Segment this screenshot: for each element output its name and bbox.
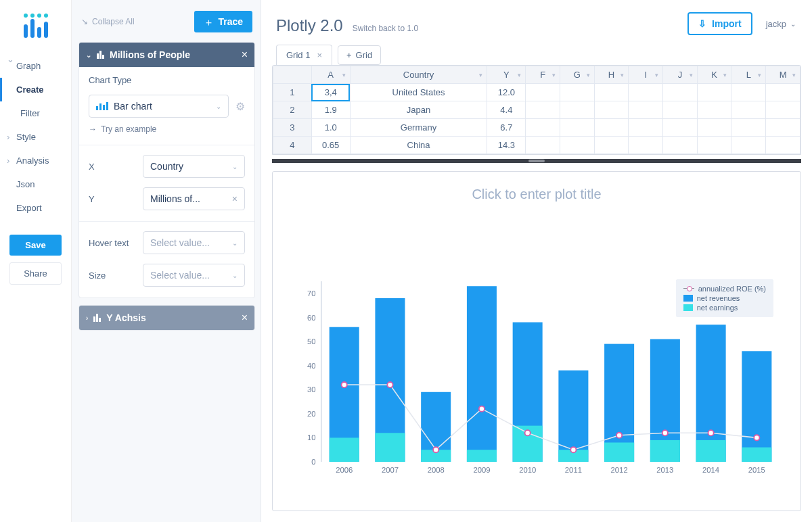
sidebar-item-create[interactable]: Create [0, 78, 71, 101]
grid-cell[interactable] [526, 84, 560, 101]
close-icon[interactable]: × [317, 50, 322, 60]
grid-cell[interactable] [594, 101, 629, 119]
grid-cell[interactable] [731, 101, 766, 119]
grid-cell[interactable] [629, 101, 663, 119]
grid-cell[interactable] [594, 84, 629, 101]
hover-placeholder: Select value... [150, 237, 210, 248]
collapse-all-button[interactable]: ↘ Collapse All [81, 17, 135, 26]
grid-cell[interactable]: 1.9 [311, 101, 350, 119]
column-header[interactable]: G▾ [560, 66, 594, 84]
clear-icon[interactable]: × [232, 193, 238, 204]
grid-cell[interactable]: 1.0 [311, 119, 350, 137]
grid-cell[interactable] [697, 137, 731, 154]
add-trace-button[interactable]: ＋ Trace [194, 11, 252, 32]
size-select[interactable]: Select value... ⌄ [143, 264, 245, 287]
chart-legend[interactable]: annualized ROE (%) net revenues net earn… [676, 279, 773, 317]
row-header[interactable]: 1 [273, 84, 312, 101]
import-button[interactable]: ⇩ Import [687, 12, 752, 35]
grid-cell[interactable] [663, 101, 698, 119]
close-icon[interactable]: × [242, 49, 248, 61]
trace-card-title: Y Achsis [106, 312, 145, 323]
grid-cell[interactable] [731, 119, 766, 137]
grid-cell[interactable] [697, 84, 731, 101]
add-grid-button[interactable]: + Grid [338, 45, 381, 65]
column-header[interactable]: K▾ [697, 66, 731, 84]
column-header[interactable]: Y▾ [487, 66, 526, 84]
svg-text:10: 10 [307, 433, 316, 442]
column-header[interactable]: L▾ [731, 66, 766, 84]
grid-cell[interactable] [526, 137, 560, 154]
grid-cell[interactable]: 12.0 [487, 84, 526, 101]
grid-cell[interactable] [766, 101, 800, 119]
grid-cell[interactable] [560, 84, 594, 101]
grid-cell[interactable]: Japan [350, 101, 487, 119]
grid-cell[interactable] [697, 119, 731, 137]
trace-card-header[interactable]: › Y Achsis × [79, 306, 254, 330]
grid-cell[interactable] [594, 119, 629, 137]
grid-cell[interactable]: 14.3 [487, 137, 526, 154]
share-button[interactable]: Share [9, 262, 62, 285]
grid-cell[interactable] [560, 119, 594, 137]
tab-grid-1[interactable]: Grid 1 × [276, 45, 332, 65]
grid-cell[interactable]: China [350, 137, 487, 154]
grid-cell[interactable]: 0.65 [311, 137, 350, 154]
grid-cell[interactable]: 3,4 [311, 84, 350, 101]
grid-scrollbar[interactable] [272, 159, 801, 163]
trace-card-header[interactable]: ⌄ Millions of People × [79, 43, 254, 67]
sidebar-item-json[interactable]: Json [0, 172, 71, 196]
row-header[interactable]: 3 [273, 119, 312, 137]
column-header[interactable]: I▾ [629, 66, 663, 84]
chevron-down-icon: ⌄ [7, 54, 12, 64]
sidebar-item-filter[interactable]: Filter [0, 101, 71, 125]
column-header[interactable]: J▾ [663, 66, 698, 84]
grid-cell[interactable] [629, 137, 663, 154]
grid-cell[interactable] [663, 137, 698, 154]
grid-cell[interactable] [594, 137, 629, 154]
grid-cell[interactable] [697, 101, 731, 119]
grid-cell[interactable] [526, 119, 560, 137]
column-header[interactable]: A▾ [311, 66, 350, 84]
svg-point-41 [433, 447, 438, 452]
column-header[interactable]: Country▾ [350, 66, 487, 84]
grid-cell[interactable] [766, 137, 800, 154]
save-button[interactable]: Save [9, 235, 62, 256]
grid-cell[interactable] [560, 137, 594, 154]
hover-select[interactable]: Select value... ⌄ [143, 231, 245, 254]
svg-text:60: 60 [307, 314, 316, 322]
gear-icon[interactable]: ⚙ [235, 100, 245, 113]
grid-cell[interactable] [731, 137, 766, 154]
grid-cell[interactable] [663, 119, 698, 137]
grid-cell[interactable] [629, 84, 663, 101]
sidebar-item-export[interactable]: Export [0, 196, 71, 220]
column-header[interactable]: M▾ [766, 66, 800, 84]
y-select[interactable]: Millions of... × [143, 187, 245, 210]
grid-cell[interactable] [663, 84, 698, 101]
grid-cell[interactable] [629, 119, 663, 137]
column-header[interactable]: H▾ [594, 66, 629, 84]
grid-cell[interactable] [731, 84, 766, 101]
chart-title-input[interactable]: Click to enter plot title [273, 172, 800, 205]
legend-rev: net revenues [697, 294, 740, 302]
close-icon[interactable]: × [242, 312, 248, 324]
column-header[interactable]: F▾ [526, 66, 560, 84]
grid-cell[interactable] [526, 101, 560, 119]
try-example-link[interactable]: → Try an example [89, 124, 245, 134]
svg-point-40 [387, 382, 392, 387]
svg-point-46 [662, 430, 668, 435]
data-grid[interactable]: A▾Country▾Y▾F▾G▾H▾I▾J▾K▾L▾M▾13,4United S… [272, 65, 801, 155]
grid-cell[interactable] [766, 119, 800, 137]
x-select[interactable]: Country ⌄ [143, 155, 245, 178]
svg-text:30: 30 [307, 385, 316, 394]
grid-cell[interactable]: 6.7 [487, 119, 526, 137]
grid-cell[interactable] [560, 101, 594, 119]
grid-cell[interactable] [766, 84, 800, 101]
row-header[interactable]: 4 [273, 137, 312, 154]
row-header[interactable]: 2 [273, 101, 312, 119]
add-grid-label: Grid [356, 50, 373, 60]
grid-cell[interactable]: United States [350, 84, 487, 101]
chart-type-select[interactable]: Bar chart ⌄ [89, 95, 229, 118]
grid-cell[interactable]: Germany [350, 119, 487, 137]
switch-version-link[interactable]: Switch back to 1.0 [353, 24, 418, 33]
grid-cell[interactable]: 4.4 [487, 101, 526, 119]
user-menu[interactable]: jackp ⌄ [766, 19, 796, 29]
